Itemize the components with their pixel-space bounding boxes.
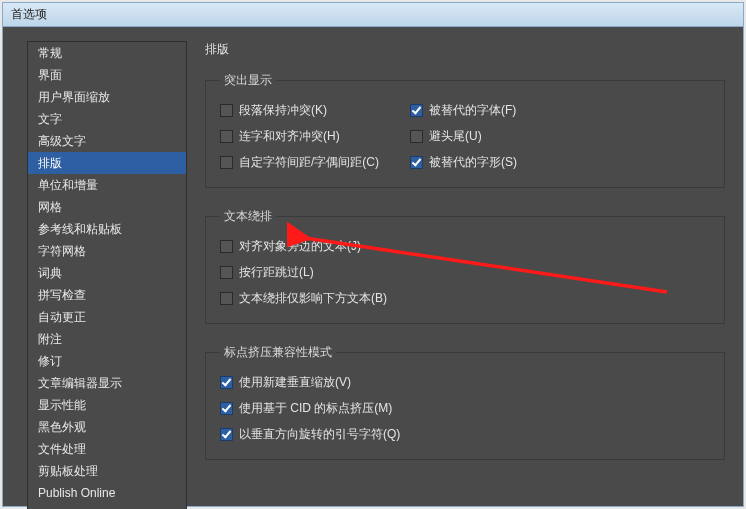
group-highlight-legend: 突出显示 [220, 72, 276, 89]
sidebar-item-16[interactable]: 显示性能 [28, 394, 186, 416]
sidebar-item-2[interactable]: 用户界面缩放 [28, 86, 186, 108]
sidebar-item-12[interactable]: 自动更正 [28, 306, 186, 328]
sidebar-item-19[interactable]: 剪贴板处理 [28, 460, 186, 482]
chk-wrap-affects-below-label: 文本绕排仅影响下方文本(B) [239, 290, 387, 307]
sidebar-item-9[interactable]: 字符网格 [28, 240, 186, 262]
chk-hj-violations[interactable] [220, 130, 233, 143]
content-area: 常规界面用户界面缩放文字高级文字排版单位和增量网格参考线和粘贴板字符网格词典拼写… [3, 27, 743, 506]
sidebar-item-3[interactable]: 文字 [28, 108, 186, 130]
sidebar-item-15[interactable]: 文章编辑器显示 [28, 372, 186, 394]
chk-custom-kerning-label: 自定字符间距/字偶间距(C) [239, 154, 379, 171]
chk-skip-by-leading-label: 按行距跳过(L) [239, 264, 314, 281]
chk-kinsoku[interactable] [410, 130, 423, 143]
chk-rotate-quotes-vertical-label: 以垂直方向旋转的引号字符(Q) [239, 426, 400, 443]
window-title: 首选项 [11, 6, 47, 23]
chk-wrap-affects-below[interactable] [220, 292, 233, 305]
chk-justify-next-to-object-label: 对齐对象旁边的文本(J) [239, 238, 361, 255]
sidebar-item-7[interactable]: 网格 [28, 196, 186, 218]
group-mojikumi-legend: 标点挤压兼容性模式 [220, 344, 336, 361]
panel-title: 排版 [205, 41, 725, 58]
sidebar-item-10[interactable]: 词典 [28, 262, 186, 284]
sidebar-item-6[interactable]: 单位和增量 [28, 174, 186, 196]
sidebar-item-14[interactable]: 修订 [28, 350, 186, 372]
sidebar-item-11[interactable]: 拼写检查 [28, 284, 186, 306]
chk-keep-violations-label: 段落保持冲突(K) [239, 102, 327, 119]
sidebar-item-17[interactable]: 黑色外观 [28, 416, 186, 438]
chk-custom-kerning[interactable] [220, 156, 233, 169]
chk-substituted-fonts[interactable] [410, 104, 423, 117]
sidebar-item-4[interactable]: 高级文字 [28, 130, 186, 152]
chk-cid-mojikumi[interactable] [220, 402, 233, 415]
chk-substituted-glyphs-label: 被替代的字形(S) [429, 154, 517, 171]
chk-substituted-glyphs[interactable] [410, 156, 423, 169]
sidebar-item-5[interactable]: 排版 [28, 152, 186, 174]
chk-substituted-fonts-label: 被替代的字体(F) [429, 102, 516, 119]
chk-hj-violations-label: 连字和对齐冲突(H) [239, 128, 340, 145]
group-textwrap-legend: 文本绕排 [220, 208, 276, 225]
chk-cid-mojikumi-label: 使用基于 CID 的标点挤压(M) [239, 400, 392, 417]
chk-new-vertical-scaling[interactable] [220, 376, 233, 389]
sidebar-item-13[interactable]: 附注 [28, 328, 186, 350]
chk-kinsoku-label: 避头尾(U) [429, 128, 482, 145]
sidebar-item-0[interactable]: 常规 [28, 42, 186, 64]
chk-justify-next-to-object[interactable] [220, 240, 233, 253]
category-sidebar: 常规界面用户界面缩放文字高级文字排版单位和增量网格参考线和粘贴板字符网格词典拼写… [27, 41, 187, 509]
sidebar-item-20[interactable]: Publish Online [28, 482, 186, 504]
chk-keep-violations[interactable] [220, 104, 233, 117]
group-textwrap: 文本绕排 对齐对象旁边的文本(J) 按行距跳过(L) [205, 208, 725, 324]
main-panel: 排版 突出显示 段落保持冲突(K) 被替代的字体(F) [187, 27, 743, 506]
sidebar-item-18[interactable]: 文件处理 [28, 438, 186, 460]
titlebar: 首选项 [3, 3, 743, 27]
chk-skip-by-leading[interactable] [220, 266, 233, 279]
group-highlight: 突出显示 段落保持冲突(K) 被替代的字体(F) 连字和对齐冲突(H) [205, 72, 725, 188]
preferences-window: 首选项 常规界面用户界面缩放文字高级文字排版单位和增量网格参考线和粘贴板字符网格… [2, 2, 744, 507]
sidebar-item-8[interactable]: 参考线和粘贴板 [28, 218, 186, 240]
chk-new-vertical-scaling-label: 使用新建垂直缩放(V) [239, 374, 351, 391]
sidebar-item-1[interactable]: 界面 [28, 64, 186, 86]
group-mojikumi: 标点挤压兼容性模式 使用新建垂直缩放(V) 使用基于 CID 的标点挤压(M) [205, 344, 725, 460]
chk-rotate-quotes-vertical[interactable] [220, 428, 233, 441]
